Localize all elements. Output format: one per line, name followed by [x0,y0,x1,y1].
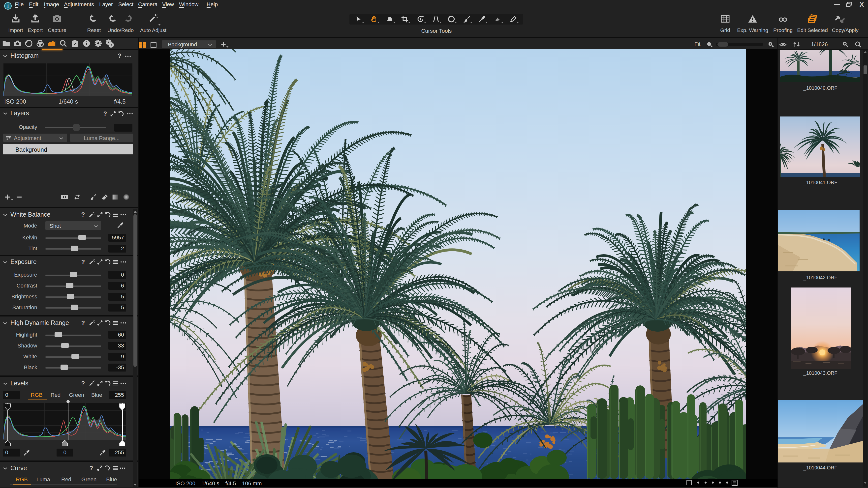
svg-text:1: 1 [7,3,9,9]
svg-text:?: ? [118,53,122,59]
svg-text:?: ? [81,380,85,387]
svg-text:?: ? [90,465,93,471]
svg-text:?: ? [103,110,107,117]
svg-text:?: ? [81,320,85,326]
svg-text:?: ? [81,259,85,265]
svg-text:?: ? [81,212,85,218]
